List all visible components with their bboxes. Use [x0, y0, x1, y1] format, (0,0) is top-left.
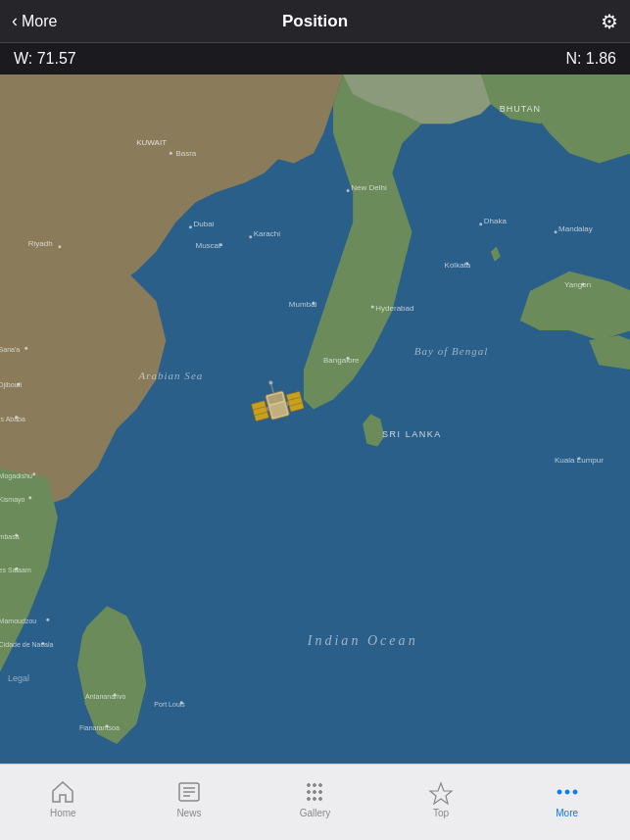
svg-point-80	[314, 790, 316, 793]
tab-top-label: Top	[433, 808, 449, 818]
north-coordinate: N: 1.86	[565, 50, 616, 68]
svg-point-82	[308, 797, 311, 800]
svg-point-35	[24, 347, 27, 350]
home-icon	[50, 779, 75, 805]
tab-home-label: Home	[50, 808, 76, 818]
tab-bar: Home News Gallery Top	[0, 764, 630, 840]
svg-text:BHUTAN: BHUTAN	[500, 104, 541, 114]
back-label: More	[22, 13, 57, 30]
svg-text:Yangon: Yangon	[564, 280, 591, 289]
svg-point-11	[189, 225, 192, 228]
svg-text:SRI LANKA: SRI LANKA	[382, 429, 442, 439]
svg-point-15	[249, 235, 252, 238]
svg-text:New Delhi: New Delhi	[351, 183, 387, 192]
svg-point-77	[314, 783, 316, 786]
svg-point-88	[573, 790, 577, 794]
svg-point-9	[58, 245, 61, 248]
svg-text:Basra: Basra	[175, 149, 196, 158]
tab-news[interactable]: News	[126, 765, 253, 840]
more-icon	[555, 779, 580, 805]
svg-text:Hyderabad: Hyderabad	[375, 304, 413, 313]
svg-text:Mandalay: Mandalay	[558, 224, 593, 233]
svg-point-43	[28, 496, 31, 499]
svg-point-81	[319, 790, 322, 793]
tab-news-label: News	[176, 808, 201, 818]
svg-point-87	[565, 790, 569, 794]
svg-point-71	[268, 380, 273, 385]
top-icon	[428, 779, 454, 805]
svg-text:Is Ababa: Is Ababa	[0, 416, 25, 422]
svg-text:Riyadh: Riyadh	[28, 239, 53, 248]
svg-point-27	[371, 306, 374, 309]
svg-point-19	[479, 222, 482, 225]
svg-text:Sana'a: Sana'a	[0, 346, 20, 353]
svg-text:Muscat: Muscat	[195, 241, 221, 250]
tab-gallery-label: Gallery	[300, 808, 331, 818]
svg-line-70	[271, 384, 274, 394]
svg-point-49	[46, 618, 49, 621]
west-coordinate: W: 71.57	[14, 50, 76, 68]
svg-point-17	[347, 189, 350, 192]
gallery-icon	[302, 779, 327, 805]
settings-button[interactable]: ⚙	[601, 10, 618, 33]
svg-text:Port Louis: Port Louis	[154, 701, 185, 708]
page-title: Position	[282, 12, 348, 31]
svg-text:Fianarantsoa: Fianarantsoa	[79, 724, 120, 731]
svg-text:Bangalore: Bangalore	[323, 356, 360, 365]
svg-point-79	[308, 790, 311, 793]
svg-text:Mumbai: Mumbai	[289, 300, 317, 309]
svg-text:Bay of Bengal: Bay of Bengal	[414, 345, 489, 357]
tab-home[interactable]: Home	[0, 765, 126, 840]
svg-rect-59	[251, 401, 268, 421]
tab-gallery[interactable]: Gallery	[252, 765, 378, 840]
svg-text:Kismayo: Kismayo	[0, 496, 25, 504]
svg-marker-85	[430, 783, 452, 804]
svg-text:Arabian Sea: Arabian Sea	[137, 370, 203, 381]
svg-rect-62	[286, 392, 304, 413]
svg-point-84	[319, 797, 322, 800]
legal-text[interactable]: Legal	[8, 673, 29, 683]
svg-point-78	[319, 783, 322, 786]
svg-text:Dhaka: Dhaka	[484, 217, 508, 225]
navigation-bar: ‹ More Position ⚙	[0, 0, 630, 43]
svg-point-23	[555, 230, 557, 233]
svg-text:Dubai: Dubai	[193, 220, 214, 228]
svg-point-83	[314, 797, 316, 800]
tab-more[interactable]: More	[504, 765, 630, 840]
svg-text:mbasa: mbasa	[0, 533, 20, 540]
svg-text:KUWAIT: KUWAIT	[136, 138, 167, 147]
svg-point-76	[308, 783, 311, 786]
svg-point-7	[170, 152, 172, 155]
coordinates-bar: W: 71.57 N: 1.86	[0, 43, 630, 74]
svg-text:Indian Ocean: Indian Ocean	[307, 632, 418, 648]
svg-text:Karachi: Karachi	[254, 229, 280, 238]
chevron-left-icon: ‹	[12, 11, 18, 31]
tab-top[interactable]: Top	[378, 765, 505, 840]
svg-text:Djibouti: Djibouti	[0, 381, 22, 389]
svg-text:Cidade de Nacala: Cidade de Nacala	[0, 641, 53, 648]
svg-text:Kuala Lumpur: Kuala Lumpur	[555, 456, 604, 465]
svg-point-86	[557, 790, 561, 794]
svg-text:es Salaam: es Salaam	[0, 567, 31, 573]
svg-text:Mamoudzou: Mamoudzou	[0, 618, 36, 624]
map-view[interactable]: Arabian Sea Bay of Bengal Indian Ocean S…	[0, 74, 630, 764]
svg-point-41	[32, 472, 35, 475]
tab-more-label: More	[556, 808, 578, 818]
back-button[interactable]: ‹ More	[12, 12, 57, 31]
svg-text:Kolkata: Kolkata	[445, 261, 471, 270]
news-icon	[176, 779, 202, 805]
svg-text:Mogadishu: Mogadishu	[0, 472, 32, 480]
svg-text:Antananarivo: Antananarivo	[85, 693, 125, 700]
